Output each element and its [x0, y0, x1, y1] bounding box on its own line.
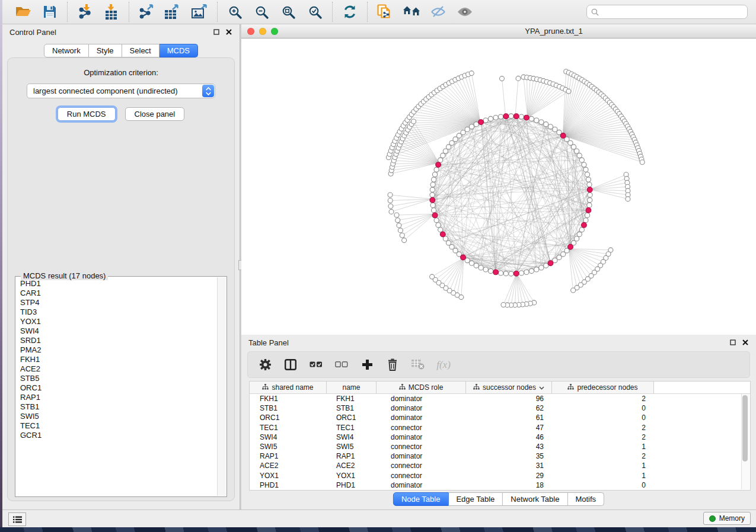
mcds-result-item[interactable]: TEC1	[20, 421, 217, 431]
column-header-predecessor-nodes[interactable]: predecessor nodes	[552, 382, 654, 393]
zoom-in-icon[interactable]	[224, 2, 245, 21]
network-node[interactable]	[483, 118, 488, 123]
network-hub-node[interactable]	[479, 120, 484, 125]
table-scrollbar-thumb[interactable]	[742, 395, 748, 462]
window-zoom-traffic-light[interactable]	[271, 28, 278, 35]
tab-node-table[interactable]: Node Table	[393, 492, 449, 506]
mcds-result-item[interactable]: RAP1	[20, 393, 217, 402]
float-icon[interactable]	[213, 28, 220, 36]
export-image-icon[interactable]	[189, 2, 210, 21]
table-row[interactable]: ACE2ACE2connector311	[250, 461, 750, 470]
network-hub-node[interactable]	[560, 133, 566, 139]
mcds-result-list[interactable]: PHD1CAR1STP4TID3YOX1SWI4SRD1PMA2FKH1ACE2…	[17, 279, 217, 495]
network-node[interactable]	[430, 187, 435, 192]
network-hub-node[interactable]	[513, 114, 519, 119]
network-node[interactable]	[587, 182, 592, 187]
network-hub-node[interactable]	[430, 197, 435, 203]
delete-column-icon[interactable]	[385, 358, 400, 372]
network-node[interactable]	[519, 271, 524, 275]
network-node[interactable]	[534, 118, 539, 123]
tab-edge-table[interactable]: Edge Table	[448, 492, 503, 506]
mcds-result-item[interactable]: STB1	[20, 402, 217, 412]
mcds-list-scrollbar[interactable]	[217, 277, 226, 496]
network-hub-node[interactable]	[503, 114, 509, 119]
network-node[interactable]	[499, 271, 503, 275]
network-node[interactable]	[548, 124, 553, 129]
network-hub-node[interactable]	[582, 223, 587, 228]
network-node[interactable]	[575, 236, 579, 241]
tab-network[interactable]: Network	[44, 44, 89, 57]
network-node[interactable]	[529, 116, 534, 121]
import-table-icon[interactable]	[101, 2, 122, 21]
show-panels-button[interactable]	[8, 512, 26, 526]
column-header-name[interactable]: name	[327, 382, 377, 393]
network-node[interactable]	[474, 122, 479, 127]
settings-gear-icon[interactable]	[257, 358, 273, 372]
network-node[interactable]	[394, 213, 399, 217]
network-node[interactable]	[582, 162, 586, 167]
export-table-icon[interactable]	[162, 2, 184, 21]
network-node[interactable]	[430, 274, 435, 279]
run-mcds-button[interactable]: Run MCDS	[58, 107, 116, 121]
network-node[interactable]	[544, 122, 548, 127]
mcds-result-item[interactable]: CAR1	[20, 289, 217, 298]
network-node[interactable]	[432, 172, 437, 177]
column-header-shared-name[interactable]: shared name	[250, 382, 327, 393]
tab-network-table[interactable]: Network Table	[503, 492, 567, 506]
network-view-titlebar[interactable]: YPA_prune.txt_1	[241, 24, 756, 39]
network-node[interactable]	[432, 208, 436, 213]
network-node[interactable]	[430, 203, 435, 207]
network-node[interactable]	[395, 218, 400, 223]
network-hub-node[interactable]	[524, 115, 529, 120]
network-node[interactable]	[588, 193, 592, 197]
network-node[interactable]	[585, 213, 589, 217]
network-node[interactable]	[544, 263, 548, 268]
network-node[interactable]	[493, 116, 498, 120]
network-node[interactable]	[438, 227, 443, 232]
show-all-icon[interactable]	[454, 2, 476, 21]
mcds-result-item[interactable]: SWI4	[20, 326, 217, 336]
network-node[interactable]	[519, 114, 524, 119]
mcds-result-item[interactable]: SRD1	[20, 336, 217, 345]
search-input[interactable]	[602, 7, 743, 17]
network-node[interactable]	[509, 114, 513, 118]
tab-select[interactable]: Select	[122, 44, 160, 57]
window-close-traffic-light[interactable]	[247, 28, 254, 35]
table-row[interactable]: YOX1YOX1connector291	[250, 471, 750, 480]
column-header-MCDS-role[interactable]: MCDS role	[377, 382, 466, 393]
mcds-result-item[interactable]: SWI5	[20, 412, 217, 421]
network-node[interactable]	[402, 238, 407, 243]
network-hub-node[interactable]	[587, 187, 592, 193]
network-node[interactable]	[430, 182, 435, 187]
network-node[interactable]	[461, 130, 465, 134]
mcds-result-item[interactable]: ORC1	[20, 383, 217, 393]
network-node[interactable]	[499, 114, 503, 119]
network-node[interactable]	[489, 268, 493, 273]
network-node[interactable]	[571, 288, 576, 293]
network-node[interactable]	[388, 193, 393, 197]
export-network-icon[interactable]	[136, 2, 157, 21]
table-row[interactable]: SWI4SWI4dominator462	[250, 432, 750, 442]
memory-button[interactable]: Memory	[703, 512, 751, 525]
network-hub-node[interactable]	[568, 244, 573, 249]
network-node[interactable]	[479, 265, 483, 270]
network-hub-node[interactable]	[461, 255, 466, 260]
network-node[interactable]	[539, 265, 544, 270]
network-node[interactable]	[446, 241, 451, 245]
network-node[interactable]	[388, 204, 393, 209]
network-node[interactable]	[398, 228, 403, 233]
close-icon[interactable]	[742, 339, 749, 346]
network-node[interactable]	[579, 227, 584, 232]
mcds-result-item[interactable]: FKH1	[20, 355, 217, 364]
network-node[interactable]	[500, 76, 505, 81]
table-row[interactable]: ORC1ORC1dominator610	[250, 413, 750, 422]
network-node[interactable]	[412, 119, 416, 124]
network-node[interactable]	[553, 127, 557, 132]
column-header-successor-nodes[interactable]: successor nodes	[466, 382, 552, 393]
copy-style-icon[interactable]	[374, 2, 395, 21]
network-node[interactable]	[571, 145, 576, 149]
network-node[interactable]	[575, 149, 579, 153]
mcds-result-item[interactable]: TID3	[20, 307, 217, 317]
tab-style[interactable]: Style	[89, 44, 122, 57]
network-node[interactable]	[465, 127, 470, 132]
